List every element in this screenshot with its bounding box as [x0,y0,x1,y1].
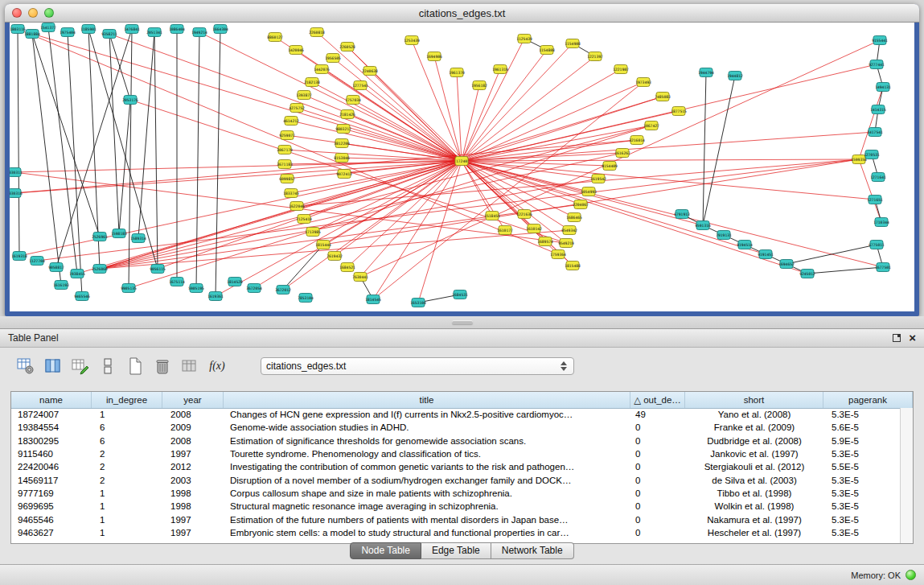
citation-edge[interactable] [32,34,61,285]
graph-node[interactable]: 1417541 [867,128,883,137]
graph-node[interactable]: 1271651 [867,196,883,204]
citation-edge-red[interactable] [297,108,462,161]
graph-node[interactable]: 1944794 [698,68,714,77]
graph-node[interactable]: 1881884 [24,30,40,39]
graph-node[interactable]: 1694652 [778,260,795,269]
graph-node[interactable]: 1185901 [80,25,97,34]
graph-node[interactable]: 7630441 [352,273,368,282]
graph-node[interactable]: 1664304 [212,25,228,34]
graph-node[interactable]: 1125439 [516,35,532,43]
graph-node[interactable]: 1127704 [29,257,45,266]
float-panel-icon[interactable] [893,334,901,342]
new-table-button[interactable] [124,355,146,377]
graph-node[interactable]: 1944812 [727,72,743,80]
graph-node[interactable]: 7619432 [326,252,343,261]
citation-edge-red[interactable] [360,85,462,161]
graph-node[interactable]: 1420046 [288,46,304,55]
graph-node[interactable]: 1815488 [565,262,581,270]
citation-edge[interactable] [109,34,119,233]
citation-edge-red[interactable] [457,72,462,161]
graph-node[interactable]: 3812200 [334,139,350,148]
citation-edge-red[interactable] [14,140,637,193]
graph-node[interactable]: 7919131 [716,231,732,240]
graph-node[interactable]: 1622046 [289,202,305,211]
graph-node[interactable]: 9194514 [737,241,753,249]
graph-node[interactable]: 9277441 [869,60,885,69]
graph-node[interactable]: 3671183 [277,160,293,169]
graph-node[interactable]: 7125410 [296,215,312,224]
column-header-out_de[interactable]: △ out_de… [630,392,685,408]
citation-edge-red[interactable] [335,161,462,256]
table-row[interactable]: 969969511998Structural magnetic resonanc… [11,500,900,513]
panel-divider[interactable] [0,316,924,328]
graph-node[interactable]: 3216014 [629,136,645,145]
graph-svg[interactable]: 1724022605281956505144207621821381393877… [10,23,914,311]
graph-node[interactable]: 1694906 [426,52,442,61]
graph-node[interactable]: 3672012 [275,286,291,295]
graph-node[interactable]: 5905195 [188,284,204,293]
graph-node[interactable]: 6099857 [279,175,295,183]
graph-node[interactable]: 1689574 [537,237,553,246]
citation-edge-red[interactable] [462,161,581,204]
citation-edge[interactable] [786,245,877,264]
citation-edge-red[interactable] [462,161,598,179]
graph-node[interactable]: 1975404 [60,28,76,37]
graph-node[interactable]: 1833745 [283,189,299,198]
graph-node[interactable]: 9058817 [48,263,64,272]
graph-node[interactable]: 1830316 [10,189,23,198]
graph-node[interactable]: 1393877 [296,91,312,100]
graph-node[interactable]: 1710344 [873,218,889,227]
graph-node[interactable]: 1684531 [452,290,468,299]
graph-node[interactable]: 1494131 [875,83,891,92]
graph-node[interactable]: 2181426 [339,110,355,119]
graph-node[interactable]: 7485083 [655,93,671,101]
graph-node[interactable]: 1518455 [484,212,500,220]
graph-node[interactable]: 6775011 [869,241,885,249]
graph-node[interactable]: 9549219 [558,239,574,248]
graph-node[interactable]: 1154808 [539,46,555,55]
table-row[interactable]: 946554611997Estimation of the future num… [11,513,900,525]
graph-node[interactable]: 9056115 [150,265,166,274]
citation-edge-red[interactable] [859,159,881,222]
graph-node[interactable]: 2051341 [146,28,162,37]
citation-edge[interactable] [807,267,883,274]
citation-edge[interactable] [18,29,19,256]
citation-edge[interactable] [138,32,154,238]
tab-node-table[interactable]: Node Table [350,542,421,559]
citation-edge-red[interactable] [100,179,598,269]
graph-node[interactable]: 1442076 [314,65,330,74]
graph-node[interactable]: 1938455 [69,270,85,278]
citation-edge-red[interactable] [14,161,462,172]
table-row[interactable]: 1872400712008Changes of HCN gene express… [11,408,900,421]
citation-edge[interactable] [119,100,130,233]
table-row[interactable]: 1938455462009Genome-wide association stu… [11,421,900,434]
citation-edge-red[interactable] [109,34,462,161]
zoom-button[interactable] [44,8,54,18]
citation-edge[interactable] [48,27,77,274]
graph-node[interactable]: 9465546 [74,292,90,301]
graph-node[interactable]: 1221907 [613,65,629,74]
network-canvas[interactable]: 1724022605281956505144207621821381393877… [10,23,914,311]
graph-node[interactable]: 9072413 [336,170,352,179]
graph-node[interactable]: 1619318 [11,252,27,261]
citation-edge-red[interactable] [100,153,622,269]
graph-node[interactable]: 2053176 [122,96,138,105]
graph-node[interactable]: 1086404 [169,25,185,34]
graph-node[interactable]: 2260528 [339,43,355,51]
divider-grip-icon[interactable] [452,320,473,324]
graph-node[interactable]: 1154908 [565,39,581,48]
citation-edge-red[interactable] [312,82,462,161]
citation-edge-red[interactable] [360,40,880,277]
tab-network-table[interactable]: Network Table [491,542,574,559]
graph-node[interactable]: 1541377 [40,23,56,32]
graph-node[interactable]: 4275752 [289,104,305,113]
citation-edge-red[interactable] [100,230,569,269]
column-header-name[interactable]: name [11,392,92,408]
graph-node[interactable]: 8153046 [334,154,350,163]
graph-node[interactable]: 1956182 [471,81,487,90]
column-header-in_degree[interactable]: in_degree [92,392,162,408]
function-builder-button[interactable]: f(x) [206,355,228,377]
vertical-scrollbar[interactable] [900,408,913,543]
citation-edge[interactable] [703,76,735,225]
citation-edge-red[interactable] [353,100,462,161]
